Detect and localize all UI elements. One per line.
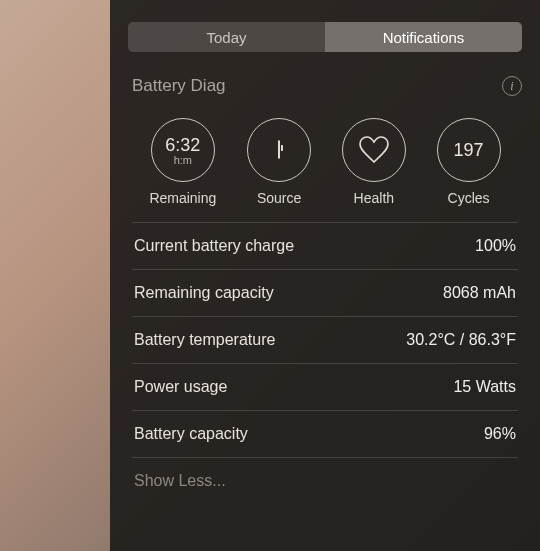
circle-cycles: 197 Cycles xyxy=(437,118,501,206)
source-circle xyxy=(247,118,311,182)
remaining-time-unit: h:m xyxy=(174,154,192,166)
capacity-value: 96% xyxy=(484,425,516,443)
tab-today[interactable]: Today xyxy=(128,22,325,52)
power-usage-label: Power usage xyxy=(134,378,227,396)
row-remaining-capacity: Remaining capacity 8068 mAh xyxy=(132,269,518,316)
notification-center-panel: Today Notifications Battery Diag i 6:32 … xyxy=(110,0,540,551)
status-circles: 6:32 h:m Remaining Source Health 197 Cyc… xyxy=(110,106,540,222)
row-charge: Current battery charge 100% xyxy=(132,222,518,269)
row-power-usage: Power usage 15 Watts xyxy=(132,363,518,410)
widget-header: Battery Diag i xyxy=(110,70,540,106)
remaining-label: Remaining xyxy=(149,190,216,206)
temperature-value: 30.2°C / 86.3°F xyxy=(406,331,516,349)
health-label: Health xyxy=(354,190,394,206)
info-icon[interactable]: i xyxy=(502,76,522,96)
circle-health: Health xyxy=(342,118,406,206)
remaining-time-value: 6:32 xyxy=(165,135,200,156)
circle-remaining: 6:32 h:m Remaining xyxy=(149,118,216,206)
remaining-time-circle: 6:32 h:m xyxy=(151,118,215,182)
cycles-circle: 197 xyxy=(437,118,501,182)
temperature-label: Battery temperature xyxy=(134,331,275,349)
circle-source: Source xyxy=(247,118,311,206)
tab-notifications[interactable]: Notifications xyxy=(325,22,522,52)
charge-value: 100% xyxy=(475,237,516,255)
tab-bar: Today Notifications xyxy=(128,22,522,52)
detail-rows: Current battery charge 100% Remaining ca… xyxy=(110,222,540,504)
heart-icon xyxy=(358,136,390,164)
remaining-capacity-label: Remaining capacity xyxy=(134,284,274,302)
row-temperature: Battery temperature 30.2°C / 86.3°F xyxy=(132,316,518,363)
capacity-label: Battery capacity xyxy=(134,425,248,443)
source-label: Source xyxy=(257,190,301,206)
widget-title: Battery Diag xyxy=(132,76,226,96)
charge-label: Current battery charge xyxy=(134,237,294,255)
health-circle xyxy=(342,118,406,182)
row-capacity: Battery capacity 96% xyxy=(132,410,518,457)
battery-icon xyxy=(278,141,280,159)
cycles-label: Cycles xyxy=(448,190,490,206)
cycles-value: 197 xyxy=(454,140,484,161)
power-usage-value: 15 Watts xyxy=(453,378,516,396)
show-less-button[interactable]: Show Less... xyxy=(132,457,518,504)
remaining-capacity-value: 8068 mAh xyxy=(443,284,516,302)
